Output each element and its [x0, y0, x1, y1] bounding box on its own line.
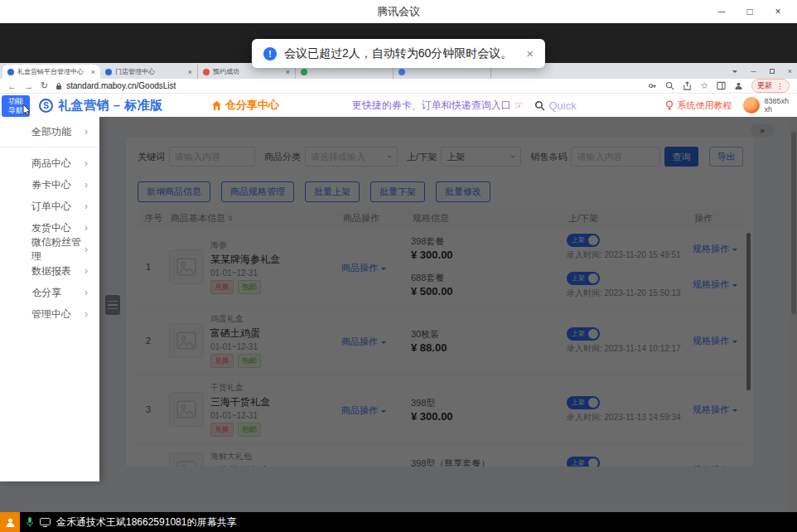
meeting-toast: ! 会议已超过2人，自动转为60分钟限时会议。 ×	[252, 39, 545, 68]
sidebar-item-label: 商品中心	[31, 157, 71, 171]
meeting-titlebar: 腾讯会议 ─ □ ×	[0, 0, 797, 23]
toast-message: 会议已超过2人，自动转为60分钟限时会议。	[284, 46, 512, 61]
chevron-right-icon: ›	[85, 265, 88, 277]
web-page: 功能 导航 S 礼盒营销 – 标准版 仓分享中心 更快捷的券卡、订单和快递查询入…	[0, 94, 797, 512]
tab-favicon-icon	[7, 69, 14, 75]
lock-icon	[56, 82, 62, 90]
chevron-right-icon: ›	[85, 244, 88, 255]
user-name: 8385xh	[764, 97, 789, 105]
forward-icon[interactable]: →	[24, 81, 33, 91]
promo-link[interactable]: 更快捷的券卡、订单和快递查询入口	[352, 99, 511, 113]
tab-title: 门店管理中心	[115, 67, 185, 76]
shared-screen: 礼盒营销平台管理中心×门店管理中心×预约成功× ─ × ← → ↻ standa…	[0, 23, 797, 512]
store-icon	[211, 100, 222, 111]
sidebar-item[interactable]: 全部功能›	[0, 121, 99, 143]
browser-tab[interactable]: 礼盒营销平台管理中心×	[2, 65, 100, 79]
tab-favicon-icon	[301, 69, 307, 75]
browser-address-bar: ← → ↻ standard.maboy.cn/GoodsList ☆ 更新	[0, 79, 797, 94]
site-logo: S	[39, 99, 53, 113]
site-header: 功能 导航 S 礼盒营销 – 标准版 仓分享中心 更快捷的券卡、订单和快递查询入…	[0, 94, 797, 117]
chevron-right-icon: ›	[85, 308, 88, 320]
close-button[interactable]: ×	[764, 0, 792, 23]
back-icon[interactable]: ←	[7, 81, 17, 91]
chevron-right-icon: ›	[85, 201, 88, 212]
reload-icon[interactable]: ↻	[41, 80, 48, 91]
site-brand: 礼盒营销 – 标准版	[58, 98, 163, 114]
sidebar-item[interactable]: 仓分享›	[0, 282, 99, 303]
browser-minimize-button[interactable]: ─	[751, 67, 756, 75]
zoom-icon[interactable]	[665, 81, 674, 90]
tab-title: 礼盒营销平台管理中心	[17, 67, 88, 76]
update-label: 更新	[757, 80, 772, 91]
minimize-button[interactable]: ─	[708, 0, 736, 23]
tab-title: 预约成功	[213, 67, 283, 76]
sidebar-menu: 全部功能›商品中心›券卡中心›订单中心›发货中心›微信粉丝管理›数据报表›仓分享…	[0, 117, 99, 481]
browser-window: 礼盒营销平台管理中心×门店管理中心×预约成功× ─ × ← → ↻ standa…	[0, 63, 797, 512]
toast-close-icon[interactable]: ×	[526, 46, 534, 60]
quick-label: Quick	[548, 99, 576, 112]
chevron-right-icon: ›	[85, 157, 88, 169]
quick-search[interactable]: Quick	[534, 99, 576, 112]
tutorial-link[interactable]: 系统使用教程	[665, 99, 732, 112]
meeting-window: 腾讯会议 ─ □ × 礼盒营销平台管理中心×门店管理中心×预约成功× ─ × ←…	[0, 0, 797, 532]
share-icon[interactable]	[683, 81, 692, 90]
sidebar-item[interactable]: 券卡中心›	[0, 174, 99, 196]
chevron-right-icon: ›	[85, 222, 88, 234]
user-avatar[interactable]	[743, 97, 760, 114]
sidebar-item[interactable]: 商品中心›	[0, 152, 99, 174]
tab-close-icon[interactable]: ×	[286, 68, 290, 76]
browser-tab[interactable]: 门店管理中心×	[100, 65, 198, 79]
sharer-avatar	[0, 512, 20, 532]
tab-search-icon[interactable]	[732, 70, 737, 75]
info-icon: !	[263, 47, 277, 60]
browser-menu-icon[interactable]: ⋮	[776, 82, 784, 90]
browser-update-button[interactable]: 更新 ⋮	[751, 79, 790, 93]
sidebar-item-label: 发货中心	[31, 221, 71, 235]
sidebar-item-label: 券卡中心	[31, 178, 71, 192]
mouse-cursor	[22, 104, 31, 119]
dim-overlay	[0, 117, 797, 512]
key-icon[interactable]	[648, 81, 657, 90]
chevron-right-icon: ›	[85, 287, 88, 298]
chevron-right-icon: ›	[85, 126, 88, 138]
sidebar-item-label: 微信粉丝管理	[31, 235, 85, 264]
sidebar-item-label: 订单中心	[31, 200, 71, 214]
maximize-button[interactable]: □	[736, 0, 764, 23]
url-field[interactable]: standard.maboy.cn/GoodsList	[56, 81, 176, 90]
share-center-link[interactable]: 仓分享中心	[211, 98, 279, 113]
screen-share-icon	[40, 518, 51, 527]
sidebar-item-label: 管理中心	[31, 307, 71, 322]
sidebar-item[interactable]: 数据报表›	[0, 260, 99, 282]
tab-favicon-icon	[105, 69, 112, 75]
user-sub: xh	[764, 105, 789, 114]
sidebar-item-label: 全部功能	[31, 125, 71, 139]
tab-favicon-icon	[398, 69, 405, 75]
tab-close-icon[interactable]: ×	[91, 68, 95, 76]
side-panel-icon[interactable]	[717, 81, 726, 90]
browser-close-button[interactable]: ×	[788, 67, 792, 75]
url-text: standard.maboy.cn/GoodsList	[66, 81, 176, 90]
person-icon	[5, 517, 16, 528]
sidebar-item-label: 仓分享	[31, 286, 61, 300]
lightbulb-icon	[665, 100, 674, 111]
divider	[0, 147, 99, 148]
meeting-window-controls: ─ □ ×	[708, 0, 792, 23]
browser-window-controls: ─ ×	[732, 63, 792, 79]
profile-icon[interactable]	[734, 81, 743, 90]
browser-maximize-button[interactable]	[770, 69, 775, 74]
search-icon	[534, 100, 545, 111]
meeting-title: 腾讯会议	[377, 4, 420, 19]
sidebar-item[interactable]: 订单中心›	[0, 196, 99, 217]
sidebar-item[interactable]: 微信粉丝管理›	[0, 239, 99, 260]
bookmark-star-icon[interactable]: ☆	[700, 80, 708, 91]
tab-close-icon[interactable]: ×	[188, 68, 192, 76]
page-body: 关键词 商品分类 请选择或输入 上/下架 上架 销售条码 查询 导出 新增商品信…	[0, 117, 797, 512]
address-bar-actions: ☆ 更新 ⋮	[648, 79, 790, 93]
share-banner: 金禾通技术王斌18662591081的屏幕共享	[0, 512, 797, 532]
share-banner-text: 金禾通技术王斌18662591081的屏幕共享	[56, 515, 236, 530]
sidebar-item-label: 数据报表	[31, 264, 71, 278]
chevron-right-icon: ›	[85, 179, 88, 191]
user-info: 8385xh xh	[764, 97, 789, 114]
hand-pointer-icon: ☞	[514, 99, 524, 111]
sidebar-item[interactable]: 管理中心›	[0, 303, 99, 325]
